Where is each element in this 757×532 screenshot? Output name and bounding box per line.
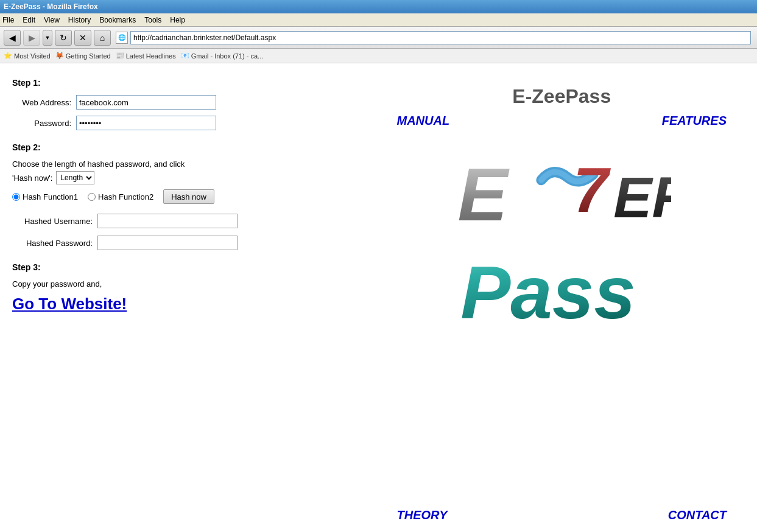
star-icon: ⭐ bbox=[4, 52, 12, 60]
menu-bookmarks[interactable]: Bookmarks bbox=[99, 16, 136, 24]
right-panel: E-ZeePass MANUAL FEATURES E 7 ER Pass bbox=[379, 73, 745, 522]
browser-titlebar: E-ZeePass - Mozilla Firefox bbox=[0, 0, 757, 13]
svg-text:7: 7 bbox=[573, 155, 611, 225]
svg-text:E: E bbox=[458, 153, 510, 236]
address-bar-container: 🌐 bbox=[116, 31, 751, 44]
password-label: Password: bbox=[12, 119, 76, 128]
mail-icon: 📧 bbox=[181, 52, 189, 60]
features-link[interactable]: FEATURES bbox=[662, 114, 727, 128]
bookmarks-bar: ⭐ Most Visited 🦊 Getting Started 📰 Lates… bbox=[0, 49, 757, 63]
step2-label: Step 2: bbox=[12, 142, 367, 152]
help-icon: 🦊 bbox=[55, 52, 64, 60]
copy-desc: Copy your password and, bbox=[12, 279, 367, 289]
hashed-username-input[interactable] bbox=[97, 214, 238, 228]
menu-view[interactable]: View bbox=[44, 16, 60, 24]
forward-button[interactable]: ▶ bbox=[23, 30, 40, 46]
back-button[interactable]: ◀ bbox=[4, 30, 21, 46]
hash-function1-radio[interactable] bbox=[12, 193, 20, 201]
left-panel: Step 1: Web Address: Password: Step 2: C… bbox=[12, 73, 379, 522]
hashed-password-label: Hashed Password: bbox=[12, 239, 97, 248]
news-icon: 📰 bbox=[116, 52, 124, 60]
nav-links-bottom: THEORY CONTACT bbox=[379, 508, 745, 522]
bookmark-gmail[interactable]: 📧 Gmail - Inbox (71) - ca... bbox=[181, 52, 264, 60]
site-title: E-ZeePass bbox=[512, 85, 611, 108]
manual-link[interactable]: MANUAL bbox=[397, 114, 450, 128]
hash-function1-label: Hash Function1 bbox=[23, 192, 78, 201]
svg-text:ER: ER bbox=[614, 165, 672, 229]
web-address-label: Web Address: bbox=[12, 98, 76, 107]
hash-function1-radio-label[interactable]: Hash Function1 bbox=[12, 192, 78, 201]
page-content: Step 1: Web Address: Password: Step 2: C… bbox=[0, 63, 757, 532]
address-input[interactable] bbox=[130, 31, 751, 44]
step2-desc2-text: 'Hash now': bbox=[12, 173, 52, 183]
home-button[interactable]: ⌂ bbox=[94, 30, 111, 46]
reload-button[interactable]: ↻ bbox=[55, 30, 72, 46]
password-row: Password: bbox=[12, 116, 367, 130]
bookmark-latest-headlines[interactable]: 📰 Latest Headlines bbox=[116, 52, 176, 60]
web-address-row: Web Address: bbox=[12, 95, 367, 110]
menu-tools[interactable]: Tools bbox=[144, 16, 161, 24]
hash-function2-radio[interactable] bbox=[88, 193, 96, 201]
hashed-password-row: Hashed Password: bbox=[12, 236, 367, 250]
hash-now-button[interactable]: Hash now bbox=[163, 189, 214, 204]
dropdown-button[interactable]: ▼ bbox=[43, 30, 52, 46]
hashed-username-row: Hashed Username: bbox=[12, 214, 367, 228]
step3-label: Step 3: bbox=[12, 262, 367, 272]
hash-function2-label: Hash Function2 bbox=[98, 192, 153, 201]
stop-button[interactable]: ✕ bbox=[74, 30, 91, 46]
menu-file[interactable]: File bbox=[2, 16, 14, 24]
step2-desc2-row: 'Hash now': Length 8 10 12 16 bbox=[12, 171, 367, 184]
go-to-website-link[interactable]: Go To Website! bbox=[12, 295, 127, 313]
hashed-username-label: Hashed Username: bbox=[12, 217, 97, 226]
web-address-input[interactable] bbox=[76, 95, 216, 110]
step2-desc1: Choose the length of hashed password, an… bbox=[12, 159, 367, 169]
step1-label: Step 1: bbox=[12, 78, 367, 88]
hash-function2-radio-label[interactable]: Hash Function2 bbox=[88, 192, 153, 201]
browser-toolbar: ◀ ▶ ▼ ↻ ✕ ⌂ 🌐 bbox=[0, 27, 757, 49]
theory-link[interactable]: THEORY bbox=[397, 508, 448, 522]
menu-edit[interactable]: Edit bbox=[23, 16, 35, 24]
logo-image: E 7 ER Pass bbox=[452, 140, 671, 347]
length-select[interactable]: Length 8 10 12 16 bbox=[56, 171, 94, 184]
password-input[interactable] bbox=[76, 116, 216, 130]
hash-functions-row: Hash Function1 Hash Function2 Hash now bbox=[12, 189, 367, 204]
menu-help[interactable]: Help bbox=[170, 16, 185, 24]
bookmark-label: Most Visited bbox=[14, 52, 51, 60]
svg-text:Pass: Pass bbox=[460, 251, 636, 334]
nav-links-top: MANUAL FEATURES bbox=[379, 114, 745, 128]
bookmark-label: Latest Headlines bbox=[126, 52, 176, 60]
page-icon: 🌐 bbox=[116, 32, 128, 44]
contact-link[interactable]: CONTACT bbox=[668, 508, 727, 522]
bookmark-label: Getting Started bbox=[66, 52, 111, 60]
menu-history[interactable]: History bbox=[68, 16, 91, 24]
bookmark-most-visited[interactable]: ⭐ Most Visited bbox=[4, 52, 51, 60]
browser-title: E-ZeePass - Mozilla Firefox bbox=[4, 2, 98, 11]
browser-menubar: File Edit View History Bookmarks Tools H… bbox=[0, 13, 757, 27]
hashed-password-input[interactable] bbox=[97, 236, 238, 250]
bookmark-label: Gmail - Inbox (71) - ca... bbox=[191, 52, 264, 60]
bookmark-getting-started[interactable]: 🦊 Getting Started bbox=[55, 52, 111, 60]
